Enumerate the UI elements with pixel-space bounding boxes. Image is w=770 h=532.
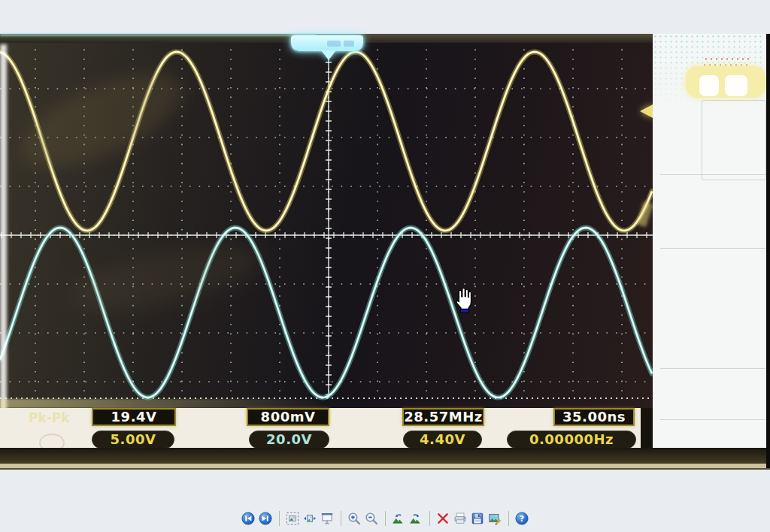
slideshow-button[interactable] [320,510,335,527]
rotate-clockwise-icon [409,512,423,525]
edit-image-icon [488,512,502,525]
best-fit-icon [286,512,299,525]
previous-image-icon [241,512,255,525]
ch1-scale-readout: 5.00V [92,431,174,449]
washed-menu-button [686,66,765,98]
scope-case-bottom-edge [0,464,770,470]
rotate-counterclockwise-icon [392,512,405,525]
actual-size-button[interactable] [302,510,318,527]
washed-menu-glyph [699,75,719,96]
delete-button[interactable] [435,510,451,527]
viewer-toolbar: ? [0,508,770,529]
toolbar-separator [341,511,341,526]
rotate-counterclockwise-button[interactable] [391,510,407,527]
save-icon [471,512,484,525]
scope-screen [0,34,653,408]
slideshow-icon [320,512,334,525]
print-icon [453,512,467,525]
toolbar-separator [385,511,386,526]
rotate-clockwise-button[interactable] [408,510,424,527]
scope-case-shadow-band [0,448,770,464]
washed-menu-divider [660,368,765,369]
photo-left-glare [0,44,7,420]
next-image-icon [259,512,272,525]
washed-menu-box [702,100,766,180]
washed-menu-divider [660,419,765,420]
screen-top-cyan-glare [0,34,316,36]
trigger-position-pointer-icon [321,50,336,60]
zoom-in-icon [347,512,361,525]
toolbar-separator [429,511,430,526]
delete-icon [436,512,450,525]
scope-readout-panel: Pk-Pk 19.4V 800mV 28.57MHz 35.00ns 5.00V… [0,408,641,449]
help-icon: ? [515,512,529,525]
picture-viewer-window: Pk-Pk 19.4V 800mV 28.57MHz 35.00ns 5.00V… [0,0,770,532]
oscilloscope-photo[interactable]: Pk-Pk 19.4V 800mV 28.57MHz 35.00ns 5.00V… [0,34,770,470]
edit-image-button[interactable] [487,510,503,527]
washed-menu-divider [660,174,765,175]
best-fit-button[interactable] [285,510,301,527]
toolbar-separator [508,511,509,526]
washed-menu-divider [660,248,765,249]
photo-bottom-glare [0,399,331,408]
frequency-counter-readout: 0.00000Hz [507,431,636,449]
right-edge-marker-arrow-icon [640,104,653,118]
zoom-in-button[interactable] [347,510,362,527]
trigger-marker-badge [291,35,363,51]
zoom-out-button[interactable] [364,510,380,527]
measurement-period: 35.00ns [553,408,635,426]
pkpk-label: Pk-Pk [29,410,70,425]
actual-size-icon [303,512,317,525]
washed-menu-text [705,58,750,60]
toolbar-separator [279,511,280,526]
zoom-out-icon [365,512,378,525]
trigger-level-readout: 4.40V [403,431,482,449]
help-button[interactable]: ? [514,510,530,527]
save-button[interactable] [470,510,486,527]
svg-text:?: ? [520,514,524,524]
screen-right-bezel [641,408,653,449]
overexposed-menu-area [653,34,766,449]
print-button[interactable] [453,510,468,527]
previous-image-button[interactable] [241,510,256,527]
measurement-ch2: 800mV [247,408,329,426]
photo-right-border [766,34,770,468]
trigger-badge-text-smudge [344,41,354,47]
washed-menu-glyph [725,75,747,96]
next-image-button[interactable] [258,510,274,527]
ch2-scale-readout: 20.0V [249,431,329,449]
measurement-frequency: 28.57MHz [402,408,484,426]
trigger-badge-text-smudge [327,41,341,47]
measurement-pkpk: 19.4V [92,408,176,426]
